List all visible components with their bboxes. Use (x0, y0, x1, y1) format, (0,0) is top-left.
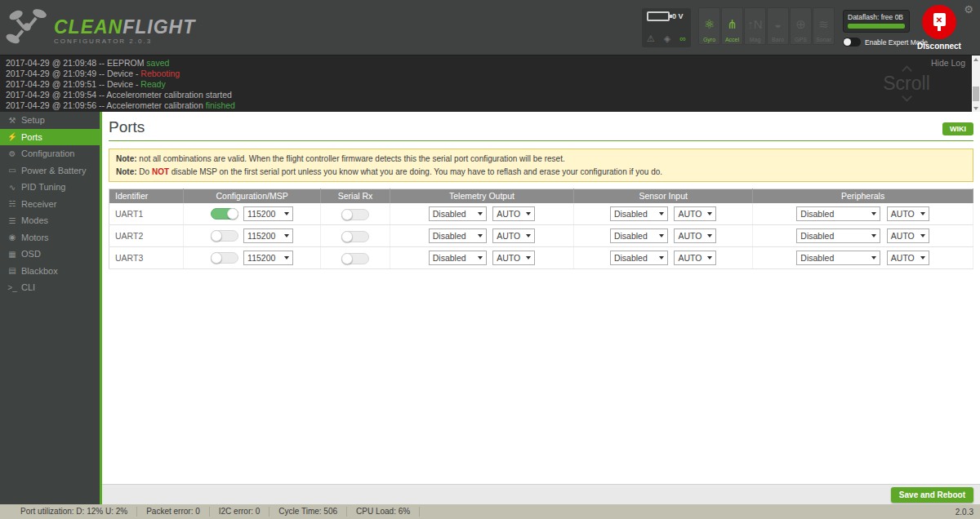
sidebar-item-pid-tuning[interactable]: ∿PID Tuning (0, 179, 100, 196)
save-and-reboot-button[interactable]: Save and Reboot (891, 487, 973, 503)
sidebar-item-motors[interactable]: ◉Motors (0, 229, 100, 246)
telemetry-speed-select[interactable]: AUTO (492, 228, 535, 243)
dropdown-arrow-icon (659, 256, 664, 260)
warning-icon: ⚠ (647, 33, 655, 44)
serial-rx-toggle[interactable] (341, 209, 369, 220)
log-entry: 2017-04-29 @ 21:09:54 -- Accelerometer c… (6, 90, 980, 100)
dropdown-arrow-icon (284, 212, 289, 215)
ports-note: Note: not all combinations are valid. Wh… (109, 149, 973, 182)
plug-icon: ⚡ (6, 132, 19, 141)
peripherals-select[interactable]: Disabled (796, 251, 880, 265)
sidebar-item-ports[interactable]: ⚡Ports (0, 129, 100, 146)
peripherals-select[interactable]: Disabled (796, 228, 880, 243)
dropdown-arrow-icon (478, 212, 483, 215)
signal-icon: ◈ (664, 33, 670, 44)
app-header: CLEANFLIGHT CONFIGURATOR 2.0.3 0 V ⚠ ◈ ∞… (0, 0, 980, 55)
receiver-icon: ☵ (6, 199, 19, 208)
msp-toggle[interactable] (211, 230, 238, 242)
port-identifier: UART3 (109, 247, 184, 269)
dropdown-arrow-icon (284, 234, 289, 237)
sensor-accel: ⋔ Accel (721, 7, 743, 45)
peripherals-speed-select[interactable]: AUTO (887, 228, 929, 243)
peripherals-speed-select[interactable]: AUTO (887, 206, 929, 221)
sensor-select[interactable]: Disabled (610, 228, 668, 243)
telemetry-select[interactable]: Disabled (429, 228, 487, 243)
serial-rx-toggle[interactable] (341, 231, 369, 242)
settings-gear-icon[interactable]: ⚙ (964, 3, 973, 16)
sidebar-item-modes[interactable]: ☰Modes (0, 212, 100, 229)
scrollbar-thumb[interactable] (973, 86, 979, 101)
expert-mode-toggle[interactable] (843, 38, 861, 47)
not-emphasis: NOT (152, 167, 169, 176)
sidebar-item-receiver[interactable]: ☵Receiver (0, 196, 100, 213)
sidebar-item-configuration[interactable]: ⚙Configuration (0, 145, 100, 162)
content-toolbar: Save and Reboot (102, 484, 980, 504)
cleanflight-logo: CLEANFLIGHT CONFIGURATOR 2.0.3 (5, 6, 195, 50)
sensor-speed-select[interactable]: AUTO (674, 206, 716, 221)
scrollbar-down-arrow[interactable] (973, 107, 978, 110)
dropdown-arrow-icon (920, 256, 925, 260)
telemetry-speed-select[interactable]: AUTO (492, 251, 535, 265)
sensor-gyro: ⚛ Gyro (698, 7, 720, 45)
wiki-button[interactable]: WIKI (942, 122, 973, 135)
telemetry-select[interactable]: Disabled (429, 251, 487, 265)
peripherals-select[interactable]: Disabled (796, 206, 880, 221)
link-icon: ∞ (679, 33, 686, 44)
dropdown-arrow-icon (707, 234, 712, 237)
dropdown-arrow-icon (871, 212, 876, 215)
wrench-icon: ⚒ (6, 116, 19, 125)
battery-icon (647, 11, 670, 21)
serial-rx-toggle[interactable] (341, 253, 369, 264)
gps-icon: ⊕ (795, 12, 806, 37)
baud-select[interactable]: 115200 (243, 251, 293, 265)
sensor-speed-select[interactable]: AUTO (674, 228, 716, 243)
dropdown-arrow-icon (920, 234, 925, 237)
battery-voltage: 0 V (672, 12, 684, 20)
gyro-icon: ⚛ (704, 12, 715, 37)
sidebar-item-blackbox[interactable]: ▤Blackbox (0, 263, 100, 280)
log-entry: 2017-04-29 @ 21:09:48 -- EEPROM saved (6, 58, 980, 69)
motor-icon: ◉ (6, 233, 19, 242)
log-entry: 2017-04-29 @ 21:09:49 -- Device - Reboot… (6, 69, 980, 79)
cleanflight-configurator: CLEANFLIGHT CONFIGURATOR 2.0.3 0 V ⚠ ◈ ∞… (0, 0, 980, 519)
dataflash-usage-bar (848, 24, 905, 29)
ports-tab-content: Ports WIKI Note: not all combinations ar… (102, 112, 980, 504)
accel-icon: ⋔ (727, 12, 737, 37)
app-title: CLEANFLIGHT (54, 18, 195, 36)
sensor-select[interactable]: Disabled (610, 251, 668, 265)
peripherals-speed-select[interactable]: AUTO (887, 251, 929, 265)
sidebar-item-osd[interactable]: ▦OSD (0, 246, 100, 263)
osd-icon: ▦ (6, 250, 19, 259)
baud-select[interactable]: 115200 (243, 206, 293, 221)
log-entry: 2017-04-29 @ 21:09:56 -- Accelerometer c… (6, 100, 980, 111)
sidebar-item-power-battery[interactable]: ▭Power & Battery (0, 162, 100, 180)
cpu-load: CPU Load: 6% (347, 507, 420, 517)
dropdown-arrow-icon (284, 256, 289, 260)
dropdown-arrow-icon (871, 256, 876, 260)
baud-select[interactable]: 115200 (243, 228, 293, 243)
packet-error: Packet error: 0 (137, 507, 210, 517)
dropdown-arrow-icon (707, 212, 712, 215)
sidebar-item-setup[interactable]: ⚒Setup (0, 112, 100, 129)
sensor-gps: ⊕ GPS (790, 7, 812, 45)
disconnect-button[interactable]: ✕ Disconnect (918, 5, 960, 51)
usb-disconnect-icon: ✕ (922, 5, 956, 39)
scrollbar-up-arrow[interactable] (973, 58, 978, 61)
tuning-icon: ∿ (6, 183, 19, 192)
telemetry-speed-select[interactable]: AUTO (492, 206, 535, 221)
sensor-select[interactable]: Disabled (610, 206, 668, 221)
telemetry-select[interactable]: Disabled (429, 206, 487, 221)
sidebar-item-cli[interactable]: >_CLI (0, 279, 100, 296)
dropdown-arrow-icon (659, 234, 664, 237)
sonar-icon: ≋ (818, 12, 829, 37)
battery-icon: ▭ (6, 166, 19, 175)
log-scrollbar[interactable] (972, 55, 980, 112)
table-row-uart3: UART3 115200 Disabled AUTO Disabled A (109, 247, 973, 269)
sensor-status-bar: ⚛ Gyro ⋔ Accel ↑N Mag ◒ Baro ⊕ GPS ≋ Son… (698, 7, 835, 45)
i2c-error: I2C error: 0 (210, 507, 270, 517)
terminal-icon: >_ (6, 283, 19, 292)
msp-toggle[interactable] (211, 208, 238, 220)
sensor-speed-select[interactable]: AUTO (674, 251, 716, 265)
msp-toggle[interactable] (211, 252, 238, 264)
sidebar-nav: ⚒Setup ⚡Ports ⚙Configuration ▭Power & Ba… (0, 112, 102, 504)
